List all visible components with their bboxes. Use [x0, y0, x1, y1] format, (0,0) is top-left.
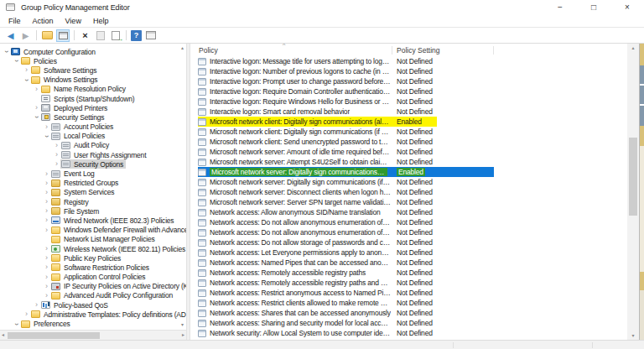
tree-item-administrative-templates-policy-definiti[interactable]: ›Administrative Templates: Policy defini…: [0, 310, 186, 319]
policy-row[interactable]: Microsoft network server: Attempt S4U2Se…: [190, 157, 627, 167]
delete-icon[interactable]: ×: [79, 29, 91, 41]
tree-item-windows-defender-firewall-with-advance[interactable]: ›Windows Defender Firewall with Advance: [0, 226, 186, 235]
show-console-tree-icon[interactable]: [56, 29, 70, 42]
policy-row[interactable]: Microsoft network server: Digitally sign…: [190, 167, 627, 177]
tree-item-scripts-startup-shutdown[interactable]: Scripts (Startup/Shutdown): [0, 94, 186, 103]
chevron-down-icon[interactable]: ›: [3, 48, 10, 55]
properties-icon[interactable]: [94, 29, 106, 41]
column-header-policy[interactable]: Policy: [199, 46, 218, 55]
chevron-down-icon[interactable]: ›: [13, 320, 20, 328]
policy-row[interactable]: Microsoft network server: Amount of idle…: [190, 147, 627, 157]
scroll-up-icon[interactable]: ▴: [631, 45, 634, 50]
tree-item-system-services[interactable]: ›System Services: [0, 188, 186, 197]
export-list-icon[interactable]: [109, 29, 122, 41]
scroll-left-icon[interactable]: ◂: [2, 332, 4, 337]
tree-item-software-restriction-policies[interactable]: ›Software Restriction Policies: [0, 263, 186, 272]
chevron-right-icon[interactable]: ›: [23, 66, 30, 74]
tree-item-ip-security-policies-on-active-directory[interactable]: ›IP Security Policies on Active Director…: [0, 282, 186, 291]
chevron-right-icon[interactable]: ›: [23, 310, 30, 318]
chevron-right-icon[interactable]: ›: [43, 273, 50, 281]
policy-row[interactable]: Network access: Named Pipes that can be …: [190, 258, 627, 268]
policy-row[interactable]: Microsoft network client: Send unencrypt…: [190, 137, 627, 147]
forward-icon[interactable]: ▶: [19, 29, 32, 41]
policy-row[interactable]: Microsoft network server: Digitally sign…: [190, 177, 627, 187]
tree-item-policy-based-qos[interactable]: ›Policy-based QoS: [0, 300, 186, 310]
chevron-right-icon[interactable]: ›: [43, 292, 50, 300]
policy-row[interactable]: Interactive logon: Number of previous lo…: [190, 66, 627, 76]
policy-row[interactable]: Interactive logon: Prompt user to change…: [190, 76, 627, 86]
tree-scroll-down-icon[interactable]: ▾: [181, 322, 184, 327]
chevron-right-icon[interactable]: ›: [43, 263, 50, 271]
tree-item-name-resolution-policy[interactable]: ›Name Resolution Policy: [0, 85, 186, 94]
scroll-right-icon[interactable]: ▸: [182, 332, 184, 337]
chevron-right-icon[interactable]: ›: [43, 180, 50, 187]
policy-row[interactable]: Microsoft network client: Digitally sign…: [190, 127, 627, 137]
policy-row[interactable]: Network access: Sharing and security mod…: [190, 318, 627, 328]
titlebar-close-button[interactable]: ×: [610, 0, 644, 14]
help-icon[interactable]: ?: [131, 30, 142, 41]
tree-item-public-key-policies[interactable]: ›Public Key Policies: [0, 253, 186, 263]
menu-action[interactable]: Action: [27, 17, 60, 25]
tree-item-advanced-audit-policy-configuration[interactable]: ›Advanced Audit Policy Configuration: [0, 291, 186, 300]
up-one-level-icon[interactable]: [41, 29, 54, 41]
tree-item-preferences[interactable]: ›Preferences: [0, 319, 186, 328]
policy-row[interactable]: Network access: Do not allow anonymous e…: [190, 217, 627, 227]
tree-item-computer-configuration[interactable]: ›Computer Configuration: [0, 47, 186, 56]
titlebar-minimize-button[interactable]: −: [543, 0, 577, 14]
tree-item-account-policies[interactable]: ›Account Policies: [0, 122, 186, 132]
tree-item-windows-settings[interactable]: ›Windows Settings: [0, 76, 186, 85]
policy-row[interactable]: Microsoft network server: Disconnect cli…: [190, 187, 627, 197]
new-window-icon[interactable]: [144, 29, 157, 41]
chevron-down-icon[interactable]: ›: [23, 76, 30, 84]
chevron-right-icon[interactable]: ›: [33, 301, 40, 309]
chevron-down-icon[interactable]: ›: [13, 57, 20, 65]
tree-item-audit-policy[interactable]: ›Audit Policy: [0, 141, 186, 150]
tree-item-local-policies[interactable]: ›Local Policies: [0, 132, 186, 141]
policy-row[interactable]: Network access: Restrict clients allowed…: [190, 298, 627, 308]
policy-row[interactable]: Interactive logon: Require Windows Hello…: [190, 96, 627, 107]
chevron-right-icon[interactable]: ›: [53, 142, 60, 149]
policy-row[interactable]: Network security: Allow Local System to …: [190, 328, 627, 338]
chevron-down-icon[interactable]: ›: [43, 133, 50, 140]
chevron-right-icon[interactable]: ›: [43, 198, 50, 206]
chevron-right-icon[interactable]: ›: [43, 170, 50, 178]
policy-row[interactable]: Network access: Do not allow anonymous e…: [190, 227, 627, 237]
titlebar-maximize-button[interactable]: □: [577, 0, 610, 14]
tree-item-user-rights-assignment[interactable]: ›User Rights Assignment: [0, 150, 186, 159]
policy-row[interactable]: Network access: Do not allow storage of …: [190, 237, 627, 247]
chevron-right-icon[interactable]: ›: [43, 283, 50, 290]
tree-item-security-settings[interactable]: ›Security Settings: [0, 112, 186, 122]
chevron-right-icon[interactable]: ›: [43, 207, 50, 215]
policy-row[interactable]: Microsoft network server: Server SPN tar…: [190, 197, 627, 207]
chevron-right-icon[interactable]: ›: [43, 245, 50, 253]
tree-item-file-system[interactable]: ›File System: [0, 206, 186, 216]
tree-item-policies[interactable]: ›Policies: [0, 56, 186, 65]
chevron-right-icon[interactable]: ›: [33, 86, 40, 93]
policy-row[interactable]: Network access: Shares that can be acces…: [190, 308, 627, 318]
tree-item-software-settings[interactable]: ›Software Settings: [0, 65, 186, 75]
chevron-right-icon[interactable]: ›: [43, 216, 50, 224]
tree-horizontal-scrollbar[interactable]: ◂ ▸: [0, 330, 186, 340]
back-icon[interactable]: ◀: [4, 29, 17, 41]
chevron-right-icon[interactable]: ›: [53, 151, 60, 159]
chevron-down-icon[interactable]: ›: [33, 113, 40, 121]
tree-item-event-log[interactable]: ›Event Log: [0, 169, 186, 178]
policy-row[interactable]: Interactive logon: Message title for use…: [190, 56, 627, 66]
column-header-policy-setting[interactable]: Policy Setting: [397, 46, 440, 55]
scroll-down-icon[interactable]: ▾: [631, 333, 634, 338]
policy-row[interactable]: Network access: Restrict anonymous acces…: [190, 288, 627, 298]
chevron-right-icon[interactable]: ›: [53, 160, 60, 168]
tree-item-restricted-groups[interactable]: ›Restricted Groups: [0, 179, 186, 188]
chevron-right-icon[interactable]: ›: [43, 227, 50, 234]
policy-row[interactable]: Network access: Remotely accessible regi…: [190, 278, 627, 288]
tree-item-network-list-manager-policies[interactable]: Network List Manager Policies: [0, 235, 186, 244]
menu-view[interactable]: View: [60, 17, 87, 25]
policy-row[interactable]: Network access: Allow anonymous SID/Name…: [190, 207, 627, 217]
tree-item-deployed-printers[interactable]: ›Deployed Printers: [0, 103, 186, 112]
chevron-right-icon[interactable]: ›: [33, 104, 40, 112]
list-vscroll-thumb[interactable]: [629, 138, 637, 216]
tree-item-registry[interactable]: ›Registry: [0, 197, 186, 206]
tree-item-wireless-network-ieee-802-11-policies[interactable]: ›Wireless Network (IEEE 802.11) Policies: [0, 244, 186, 253]
policy-row[interactable]: Microsoft network client: Digitally sign…: [190, 117, 627, 127]
tree-scroll-up-icon[interactable]: ▴: [181, 45, 184, 50]
